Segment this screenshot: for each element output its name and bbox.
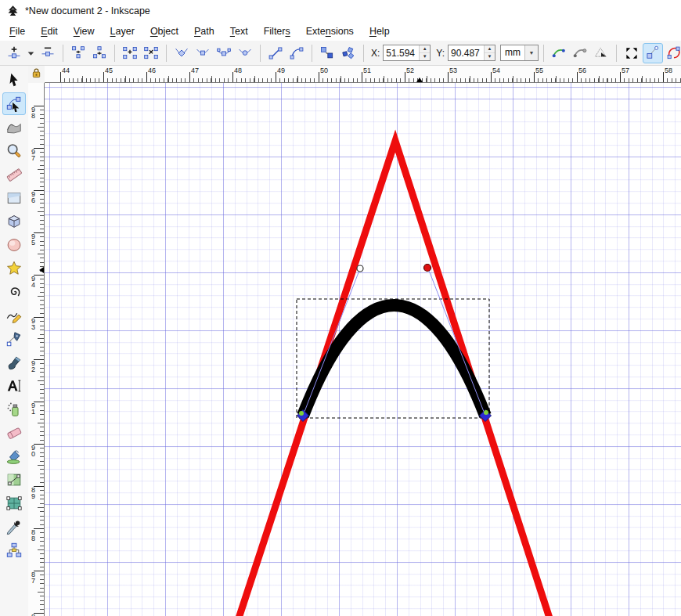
guide-lock-icon[interactable]: [31, 67, 41, 81]
ellipse-tool[interactable]: [2, 233, 26, 256]
hruler-label: 54: [492, 67, 500, 74]
box3d-tool[interactable]: [2, 210, 26, 232]
ruler-corner[interactable]: [28, 66, 45, 83]
node-smooth-button[interactable]: [193, 43, 213, 63]
menu-filters[interactable]: Filters: [256, 23, 298, 39]
hruler-label: 50: [320, 67, 328, 74]
menu-file[interactable]: File: [2, 23, 33, 39]
hruler-major-tick: [276, 72, 276, 82]
menu-layer[interactable]: Layer: [103, 23, 142, 39]
units-select[interactable]: mm▼: [500, 45, 539, 61]
zoom-tool[interactable]: [2, 139, 26, 162]
node-corner-button[interactable]: [171, 43, 192, 63]
dropper-tool[interactable]: [2, 515, 26, 538]
control-handle-knob-left[interactable]: [357, 265, 363, 272]
stroke-to-path-button[interactable]: [338, 43, 359, 63]
measure-icon: [5, 166, 23, 183]
menu-path[interactable]: Path: [186, 23, 222, 39]
vruler-label: 88: [30, 530, 37, 542]
measure-tool[interactable]: [2, 163, 26, 186]
toolbar-separator: [63, 45, 63, 62]
rectangle-tool[interactable]: [2, 186, 26, 209]
hruler-position-marker: [416, 77, 423, 82]
inkscape-logo-icon[interactable]: [6, 5, 20, 18]
x-coordinate-input-spinner[interactable]: ▲▼: [419, 45, 430, 60]
horizontal-ruler[interactable]: 444546474849505152535455565758: [45, 66, 681, 83]
toolbar-separator: [114, 45, 115, 62]
y-coordinate-input-label: Y:: [436, 48, 445, 59]
menu-object[interactable]: Object: [142, 23, 186, 39]
hruler-major-tick: [448, 72, 449, 82]
y-coordinate-input-group: Y:▲▼: [436, 45, 495, 61]
delete-segment-button[interactable]: [141, 43, 161, 63]
menu-text[interactable]: Text: [222, 23, 256, 39]
bezier-handles-icon: [645, 45, 661, 61]
selector-icon: [5, 72, 23, 89]
x-coordinate-input-group: X:▲▼: [371, 45, 431, 61]
lpe-icon: [593, 45, 609, 61]
object-to-path-button[interactable]: [317, 43, 337, 63]
pencil-tool[interactable]: [2, 304, 26, 326]
edit-clip-button[interactable]: [549, 43, 569, 63]
join-segment-button[interactable]: [120, 43, 140, 63]
tweak-tool[interactable]: [2, 116, 26, 139]
insert-node-button[interactable]: [4, 43, 24, 63]
node-symmetric-icon: [216, 45, 232, 61]
menu-view[interactable]: View: [66, 23, 103, 39]
gradient-tool[interactable]: [2, 468, 26, 491]
node-tool[interactable]: [2, 92, 26, 115]
mesh-tool[interactable]: [2, 492, 26, 514]
menu-edit[interactable]: Edit: [33, 23, 66, 39]
drawing-overlay: [45, 83, 681, 616]
spray-tool[interactable]: [2, 398, 26, 420]
star-tool[interactable]: [2, 257, 26, 279]
vertical-ruler[interactable]: 98979695949392919089888786: [28, 83, 45, 616]
rectangle-icon: [5, 189, 23, 207]
edit-mask-button[interactable]: [570, 43, 590, 63]
menu-extensions[interactable]: Extensions: [298, 23, 362, 39]
dropper-icon: [5, 518, 23, 535]
segment-curve-button[interactable]: [286, 43, 307, 63]
pencil-icon: [5, 307, 23, 324]
menu-help[interactable]: Help: [362, 23, 398, 39]
spiral-tool[interactable]: [2, 280, 26, 303]
insert-node-dropdown[interactable]: [25, 43, 37, 63]
node-symmetric-button[interactable]: [214, 43, 234, 63]
control-handle-knob-right[interactable]: [424, 265, 431, 272]
join-nodes-button[interactable]: [68, 43, 88, 63]
hruler-label: 44: [62, 67, 70, 74]
vruler-label: 93: [30, 319, 37, 330]
selector-tool[interactable]: [2, 69, 26, 92]
y-coordinate-input-spinner[interactable]: ▲▼: [484, 45, 495, 60]
pen-tool[interactable]: [2, 327, 26, 350]
red-triangle-path[interactable]: [235, 141, 553, 616]
show-transform-handles-toggle[interactable]: [622, 43, 642, 63]
dropdown-icon: [26, 48, 36, 59]
lpe-parameter-button[interactable]: [591, 43, 611, 63]
break-nodes-button[interactable]: [89, 43, 110, 63]
hruler-major-tick: [620, 72, 621, 82]
black-arc-path[interactable]: [303, 305, 485, 416]
delete-node-button[interactable]: [38, 43, 58, 63]
x-coordinate-input[interactable]: [384, 45, 419, 60]
hruler-major-tick: [103, 72, 104, 82]
calligraphy-tool[interactable]: [2, 351, 26, 373]
node-auto-icon: [237, 45, 253, 61]
segment-line-icon: [268, 45, 283, 61]
canvas[interactable]: [45, 83, 681, 616]
bucket-icon: [5, 448, 23, 465]
show-outline-toggle[interactable]: [664, 43, 681, 63]
show-bezier-handles-toggle[interactable]: [643, 43, 663, 63]
text-icon: [5, 377, 23, 394]
text-tool[interactable]: [2, 374, 26, 397]
node-auto-button[interactable]: [235, 43, 255, 63]
segment-line-button[interactable]: [265, 43, 286, 63]
fill-tool[interactable]: [2, 445, 26, 467]
connector-tool[interactable]: [2, 539, 26, 561]
x-coordinate-input-label: X:: [371, 48, 380, 59]
node-corner-icon: [174, 45, 189, 61]
y-coordinate-input[interactable]: [449, 45, 484, 60]
outline-icon: [666, 45, 681, 61]
toolbox: [0, 66, 28, 616]
eraser-tool[interactable]: [2, 421, 26, 444]
